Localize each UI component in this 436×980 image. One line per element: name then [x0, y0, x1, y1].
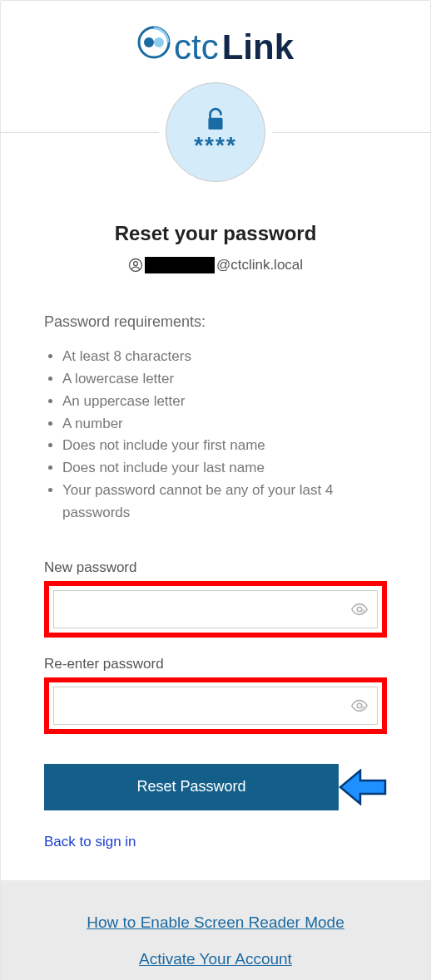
user-domain: @ctclink.local	[216, 257, 303, 273]
reenter-password-input[interactable]	[62, 687, 350, 724]
new-password-field-wrap	[53, 590, 378, 628]
svg-point-9	[361, 706, 366, 711]
screen-reader-link[interactable]: How to Enable Screen Reader Mode	[1, 914, 430, 932]
svg-rect-3	[208, 118, 222, 130]
show-password-icon[interactable]	[350, 600, 369, 618]
highlight-annotation	[44, 677, 387, 734]
logo-swirl-icon	[137, 26, 171, 59]
svg-point-1	[144, 37, 154, 47]
header-section: ctcLink **** Reset your password @ctclin…	[1, 1, 430, 273]
reenter-password-label: Re-enter password	[44, 656, 387, 672]
asterisks-icon: ****	[194, 134, 237, 157]
content-section: Password requirements: At least 8 charac…	[1, 313, 430, 880]
svg-point-7	[361, 609, 366, 614]
user-icon	[128, 258, 143, 273]
reset-password-button[interactable]: Reset Password	[44, 764, 339, 810]
requirement-item: Your password cannot be any of your last…	[62, 480, 387, 524]
requirement-item: Does not include your last name	[62, 457, 387, 480]
main-card: ctcLink **** Reset your password @ctclin…	[0, 0, 431, 980]
password-badge: ****	[166, 82, 265, 182]
user-identity-row: @ctclink.local	[1, 257, 430, 273]
requirement-item: At least 8 characters	[62, 346, 387, 368]
button-row: Reset Password	[44, 764, 387, 810]
new-password-label: New password	[44, 559, 387, 576]
requirement-item: An uppercase letter	[62, 391, 387, 413]
footer: How to Enable Screen Reader Mode Activat…	[1, 880, 430, 980]
divider-right	[272, 132, 430, 133]
back-to-sign-in-link[interactable]: Back to sign in	[44, 834, 136, 850]
requirements-heading: Password requirements:	[44, 313, 387, 331]
logo: ctcLink	[1, 26, 430, 67]
svg-point-5	[134, 262, 138, 266]
requirement-item: A number	[62, 413, 387, 436]
reenter-password-field-wrap	[53, 687, 378, 725]
new-password-input[interactable]	[62, 591, 350, 628]
svg-point-2	[154, 37, 164, 47]
requirement-item: A lowercase letter	[62, 368, 387, 391]
username-redacted	[145, 257, 215, 273]
requirements-list: At least 8 characters A lowercase letter…	[44, 346, 387, 524]
activate-account-link[interactable]: Activate Your Account	[1, 950, 430, 968]
logo-text-link: Link	[222, 27, 294, 67]
divider-with-badge: ****	[1, 82, 430, 182]
logo-text-ctc: ctc	[174, 27, 219, 67]
requirement-item: Does not include your first name	[62, 435, 387, 457]
highlight-annotation	[44, 581, 387, 638]
unlock-icon	[205, 107, 226, 132]
show-password-icon[interactable]	[350, 697, 369, 715]
arrow-annotation-icon	[337, 769, 387, 805]
divider-left	[1, 132, 159, 133]
page-title: Reset your password	[1, 222, 430, 245]
